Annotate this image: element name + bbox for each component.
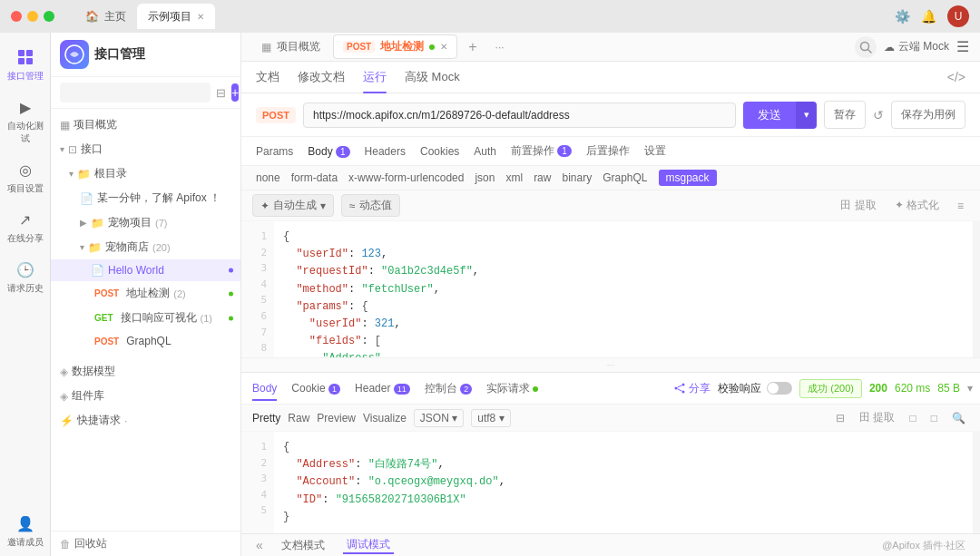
close-button[interactable] [11, 11, 22, 22]
toggle-switch[interactable] [767, 382, 792, 395]
tree-item-1min[interactable]: 📄 某一分钟，了解 Apifox ！ [51, 186, 240, 210]
sidebar-item-history[interactable]: 🕒 请求历史 [4, 252, 47, 302]
tab-example[interactable]: 示例项目 ✕ [137, 4, 215, 29]
bottom-tab-debug[interactable]: 调试模式 [343, 537, 394, 554]
tab-close-icon[interactable]: ✕ [197, 12, 204, 22]
copy-icon[interactable]: □ [906, 410, 920, 426]
request-code-content[interactable]: { "userId": 123, "requestId": "0a1b2c3d4… [274, 221, 973, 357]
bottom-tab-docs[interactable]: 文档模式 [278, 538, 328, 553]
resp-fmt-preview[interactable]: Preview [317, 412, 356, 424]
top-tab-post-address[interactable]: POST 地址检测 ✕ [333, 34, 457, 59]
fmt-xml[interactable]: xml [505, 171, 523, 184]
fmt-msgpack[interactable]: msgpack [659, 170, 717, 186]
hamburger-menu[interactable]: ☰ [956, 38, 969, 55]
send-dropdown-button[interactable]: ▾ [796, 102, 817, 129]
resp-tab-header[interactable]: Header 11 [355, 376, 410, 400]
tree-item-graphql[interactable]: POST GraphQL [51, 330, 240, 352]
fmt-graphql[interactable]: GraphQL [603, 171, 647, 184]
fmt-binary[interactable]: binary [562, 171, 592, 184]
add-button[interactable]: + [231, 83, 239, 102]
collapse-response-button[interactable]: ▾ [967, 382, 980, 395]
sub-tab-run[interactable]: 运行 [363, 62, 387, 93]
tree-item-petshop[interactable]: ▾ 📁 宠物商店 (20) [51, 235, 240, 259]
resp-fmt-pretty[interactable]: Pretty [252, 412, 280, 424]
add-tab-button[interactable]: + [461, 35, 484, 59]
minimize-button[interactable] [27, 11, 38, 22]
sub-tab-docs[interactable]: 文档 [256, 62, 279, 93]
tree-item-pets[interactable]: ▶ 📁 宠物项目 (7) [51, 210, 240, 235]
req-tab-post-op[interactable]: 后置操作 [586, 143, 630, 159]
auto-generate-button[interactable]: ✦ 自动生成 ▾ [252, 194, 334, 217]
tree-item-overview[interactable]: ▦ 项目概览 [51, 112, 240, 137]
save-example-button[interactable]: 保存为用例 [891, 101, 965, 129]
sidebar-item-interface[interactable]: 接口管理 [4, 40, 47, 90]
fmt-json[interactable]: json [475, 171, 495, 184]
save-draft-button[interactable]: 暂存 [824, 101, 866, 129]
sub-tab-advanced-mock[interactable]: 高级 Mock [405, 62, 460, 93]
tree-item-get-response[interactable]: GET 接口响应可视化 (1) [51, 306, 240, 330]
req-tab-settings[interactable]: 设置 [644, 143, 666, 159]
top-tab-close-icon[interactable]: ✕ [440, 42, 447, 52]
resp-encoding-dropdown[interactable]: utf8 ▾ [471, 409, 510, 427]
resp-json-dropdown[interactable]: JSON ▾ [414, 409, 464, 427]
refresh-icon[interactable]: ↺ [873, 108, 884, 122]
scrollbar-right[interactable] [973, 221, 980, 357]
fmt-none[interactable]: none [256, 171, 280, 184]
tree-item-data-model[interactable]: ◈ 数据模型 [51, 359, 240, 384]
more-tabs-button[interactable]: ··· [488, 37, 512, 57]
ln-6: 6 [260, 308, 267, 325]
sidebar-item-share[interactable]: ↗ 在线分享 [4, 202, 47, 252]
sidebar-item-members[interactable]: 👤 邀请成员 [4, 506, 47, 556]
resp-fmt-visualize[interactable]: Visualize [363, 412, 407, 424]
dynamic-value-button[interactable]: ≈ 动态值 [341, 194, 400, 217]
tree-item-post-address[interactable]: POST 地址检测 (2) [51, 281, 240, 306]
fmt-urlencoded[interactable]: x-www-form-urlencoded [348, 171, 464, 184]
resp-search-icon[interactable]: 🔍 [948, 410, 969, 426]
req-tab-cookies[interactable]: Cookies [420, 145, 459, 158]
top-tab-overview[interactable]: ▦ 项目概览 [252, 35, 329, 58]
resp-tab-console[interactable]: 控制台 2 [425, 376, 472, 402]
response-code-content[interactable]: { "Address": "白陵路74号", "Account": "o.qce… [274, 432, 973, 533]
resp-fetch-button[interactable]: 田 提取 [856, 408, 898, 427]
fetch-button[interactable]: 田 提取 [835, 196, 881, 215]
resp-tab-body[interactable]: Body [252, 376, 277, 400]
maximize-button[interactable] [44, 11, 54, 22]
tab-home[interactable]: 🏠 主页 [74, 4, 137, 29]
code-view-icon[interactable]: </> [947, 70, 965, 84]
svg-line-6 [867, 49, 871, 53]
tree-item-quick-req[interactable]: ⚡ 快捷请求 · [51, 408, 240, 433]
resp-tab-actual-req[interactable]: 实际请求 [486, 376, 538, 402]
search-input[interactable] [60, 83, 211, 102]
req-tab-params[interactable]: Params [256, 145, 293, 158]
resp-scrollbar[interactable] [973, 432, 980, 533]
tree-item-root[interactable]: ▾ 📁 根目录 [51, 161, 240, 186]
fmt-form-data[interactable]: form-data [291, 171, 338, 184]
sub-tab-edit-docs[interactable]: 修改文档 [298, 62, 345, 93]
url-input[interactable] [303, 102, 736, 128]
notification-icon[interactable]: 🔔 [921, 9, 936, 24]
req-tab-auth[interactable]: Auth [474, 145, 496, 158]
req-tab-headers[interactable]: Headers [365, 145, 406, 158]
req-tab-body[interactable]: Body 1 [308, 145, 349, 158]
avatar[interactable]: U [947, 5, 969, 27]
filter-icon[interactable]: ⊟ [216, 86, 226, 100]
tree-item-components[interactable]: ◈ 组件库 [51, 384, 240, 408]
more-options-button[interactable]: ≡ [952, 198, 969, 214]
search-global-button[interactable] [855, 36, 877, 58]
tree-item-recycle[interactable]: 🗑 回收站 [51, 532, 240, 556]
settings-icon[interactable]: ⚙️ [895, 9, 910, 24]
sidebar-item-settings[interactable]: ◎ 项目设置 [4, 152, 47, 202]
format-button[interactable]: ✦ 格式化 [889, 196, 945, 215]
sidebar-item-autotest[interactable]: ▶ 自动化测试 [4, 90, 47, 152]
share-button[interactable]: 分享 [674, 381, 710, 396]
send-button[interactable]: 发送 [743, 102, 796, 129]
resp-fmt-raw[interactable]: Raw [288, 412, 309, 424]
wrap-icon[interactable]: ⊟ [832, 410, 848, 426]
clear-icon[interactable]: □ [927, 410, 941, 426]
resp-tab-cookie[interactable]: Cookie 1 [291, 376, 340, 400]
bottom-collapse-icon[interactable]: « [256, 538, 263, 552]
tree-item-hello-world[interactable]: 📄 Hello World [51, 259, 240, 281]
fmt-raw[interactable]: raw [534, 171, 551, 184]
req-tab-pre-op[interactable]: 前置操作 1 [511, 143, 572, 159]
tree-item-interfaces[interactable]: ▾ ⊡ 接口 [51, 137, 240, 161]
